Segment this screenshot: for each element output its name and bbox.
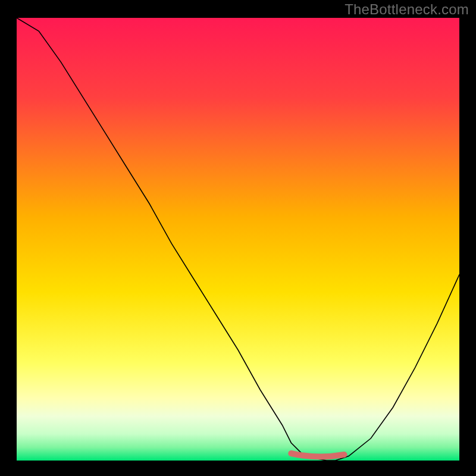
optimum-flat-segment xyxy=(291,453,344,457)
chart-frame: TheBottleneck.com xyxy=(0,0,476,476)
chart-svg xyxy=(17,18,459,461)
gradient-background xyxy=(17,18,459,461)
plot-area xyxy=(17,18,459,461)
attribution-text: TheBottleneck.com xyxy=(345,1,469,18)
